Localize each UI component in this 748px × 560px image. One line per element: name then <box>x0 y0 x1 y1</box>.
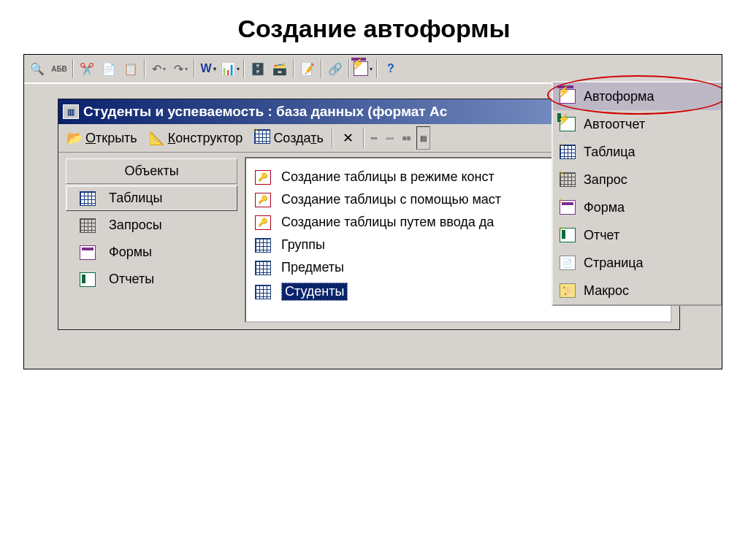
menu-item-page[interactable]: 📄 Страница <box>553 249 721 277</box>
create-icon <box>254 129 270 147</box>
dependencies-button[interactable]: 🔗 <box>325 58 346 79</box>
list-item-label: Группы <box>281 237 325 253</box>
list-item-label: Создание таблицы в режиме конст <box>281 169 495 185</box>
menu-item-report[interactable]: Отчет <box>553 221 721 249</box>
relationships-button-2[interactable]: 🗃️ <box>270 58 290 79</box>
autoreport-icon <box>559 116 576 132</box>
toolbar-separator <box>376 59 378 78</box>
open-icon: 📂 <box>66 130 83 146</box>
table-icon <box>255 238 271 253</box>
design-rest: онструктор <box>175 131 243 145</box>
db-window-icon: ▥ <box>63 104 79 119</box>
menu-item-label: Автоотчет <box>584 117 645 132</box>
menu-item-label: Макрос <box>584 283 629 299</box>
wizard-icon: 🔑 <box>255 170 271 185</box>
list-item-label: Предметы <box>281 260 344 275</box>
menu-item-label: Форма <box>584 200 625 215</box>
menu-item-autoreport[interactable]: Автоотчет <box>553 110 721 138</box>
access-window-clip: 🔍 АБВ ✂️ 📄 📋 ↶ ↷ W 📊 🗄️ 🗃️ 📝 🔗 ? Автофор… <box>23 54 722 369</box>
paste-button[interactable]: 📋 <box>121 58 141 79</box>
list-item-label: Создание таблицы путем ввода да <box>281 215 494 230</box>
objects-item-label: Формы <box>109 245 152 260</box>
queries-icon <box>80 218 96 233</box>
cut-button[interactable]: ✂️ <box>77 58 97 79</box>
spellcheck-button[interactable]: АБВ <box>49 58 69 79</box>
copy-button[interactable]: 📄 <box>99 58 119 79</box>
objects-item-queries[interactable]: Запросы <box>66 212 237 238</box>
create-button[interactable]: Создать <box>249 126 328 150</box>
menu-item-label: Запрос <box>584 172 627 188</box>
open-button[interactable]: 📂 Открыть <box>61 126 142 150</box>
objects-item-label: Таблицы <box>109 191 163 206</box>
reports-icon <box>80 272 96 287</box>
delete-button[interactable]: ✕ <box>336 126 360 150</box>
menu-item-query[interactable]: Запрос <box>553 166 721 193</box>
macro-icon: 📜 <box>559 283 576 299</box>
form-icon <box>559 199 576 215</box>
slide-title: Создание автоформы <box>0 0 748 54</box>
report-icon <box>559 227 576 243</box>
objects-pane: Объекты Таблицы Запросы Формы Отчеты <box>58 153 245 330</box>
table-icon <box>255 261 271 275</box>
objects-item-label: Отчеты <box>109 272 154 287</box>
objects-item-label: Запросы <box>109 218 162 233</box>
toolbar-separator <box>321 59 322 78</box>
menu-item-table[interactable]: Таблица <box>553 138 721 166</box>
main-toolbar: 🔍 АБВ ✂️ 📄 📋 ↶ ↷ W 📊 🗄️ 🗃️ 📝 🔗 ? <box>24 55 722 84</box>
analyze-button[interactable]: 📊 <box>220 58 240 79</box>
toolbar-separator <box>363 129 365 147</box>
open-rest: ткрыть <box>96 131 137 145</box>
table-icon <box>559 144 576 160</box>
design-icon: 📐 <box>149 130 165 146</box>
undo-button[interactable]: ↶ <box>148 58 169 79</box>
relationships-button-1[interactable]: 🗄️ <box>248 58 268 79</box>
toolbar-separator <box>348 59 350 78</box>
menu-item-autoform[interactable]: Автоформа <box>553 83 721 110</box>
page-icon: 📄 <box>559 255 576 271</box>
details-view-button[interactable]: ▤ <box>416 126 430 150</box>
db-title-text: Студенты и успеваемость : база данных (ф… <box>83 104 447 120</box>
list-item-label: Создание таблицы с помощью маст <box>281 192 501 207</box>
toolbar-separator <box>144 59 145 78</box>
redo-button[interactable]: ↷ <box>170 58 191 79</box>
objects-item-reports[interactable]: Отчеты <box>66 266 237 292</box>
word-link-button[interactable]: W <box>198 58 218 79</box>
toolbar-separator <box>293 59 294 78</box>
small-icons-button[interactable]: ▫▫▫ <box>382 126 397 150</box>
wizard-icon: 🔑 <box>255 193 271 207</box>
properties-button[interactable]: 📝 <box>297 58 318 79</box>
objects-header[interactable]: Объекты <box>66 158 237 184</box>
list-item-label: Студенты <box>281 283 348 301</box>
new-object-button[interactable] <box>353 58 373 79</box>
autoform-icon <box>559 88 576 104</box>
menu-item-macro[interactable]: 📜 Макрос <box>553 277 721 304</box>
tables-icon <box>80 191 96 206</box>
list-view-button[interactable]: ≡≡ <box>399 126 415 150</box>
menu-item-form[interactable]: Форма <box>553 193 721 221</box>
wizard-icon: 🔑 <box>255 215 271 230</box>
objects-item-forms[interactable]: Формы <box>66 239 237 265</box>
menu-item-label: Таблица <box>584 145 636 160</box>
menu-item-label: Отчет <box>584 228 619 243</box>
table-icon <box>255 285 271 299</box>
new-object-menu: Автоформа Автоотчет Таблица Запрос Форма… <box>552 81 722 306</box>
query-icon <box>559 172 576 188</box>
toolbar-separator <box>243 59 245 78</box>
print-preview-button[interactable]: 🔍 <box>27 58 47 79</box>
large-icons-button[interactable]: ▫▫ <box>367 126 381 150</box>
toolbar-separator <box>72 59 74 78</box>
help-button[interactable]: ? <box>381 58 401 79</box>
menu-item-label: Страница <box>584 256 644 271</box>
menu-item-label: Автоформа <box>584 89 654 104</box>
toolbar-separator <box>332 129 333 147</box>
objects-item-tables[interactable]: Таблицы <box>66 185 237 211</box>
design-button[interactable]: 📐 Конструктор <box>144 126 248 150</box>
forms-icon <box>80 245 96 260</box>
toolbar-separator <box>194 59 195 78</box>
